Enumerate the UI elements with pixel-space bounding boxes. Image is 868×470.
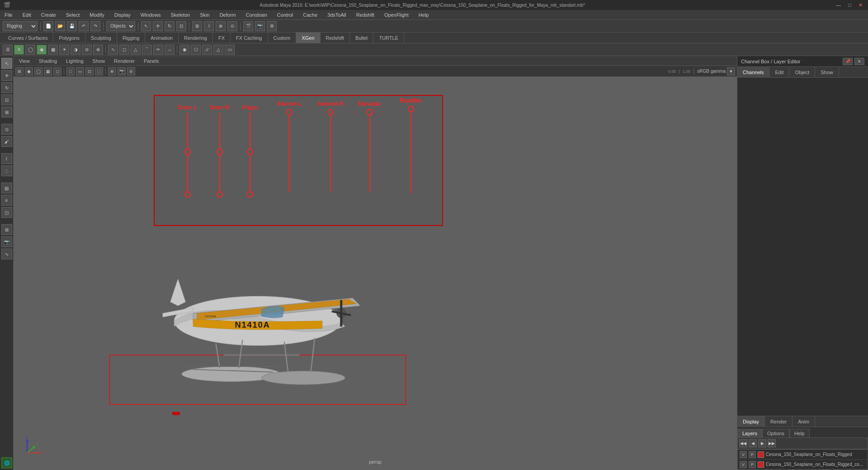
menu-deform[interactable]: Deform — [218, 11, 238, 19]
rig-circle-aileron-l-top[interactable] — [286, 109, 292, 115]
rig-circle-aileron-r-top[interactable] — [327, 109, 334, 115]
layer-playback-2[interactable]: P — [749, 461, 756, 468]
le-tab-layers[interactable]: Layers — [737, 429, 762, 437]
rig-circle-door-l-bot[interactable] — [184, 191, 191, 197]
objects-dropdown[interactable]: Objects — [106, 21, 135, 31]
camera-icon[interactable]: 📷 — [1, 236, 12, 247]
layer-icon[interactable]: 🌐 — [1, 457, 12, 468]
menu-openflight[interactable]: OpenFlight — [382, 11, 410, 19]
light-button[interactable]: ☀ — [59, 45, 69, 55]
texture-button[interactable]: ▦ — [48, 45, 58, 55]
rig-control-aileron-r[interactable]: Aileron R — [317, 100, 344, 192]
shaded-button[interactable]: ◉ — [37, 45, 47, 55]
vp-film-btn[interactable]: ▭ — [76, 67, 84, 75]
joint-button[interactable]: ⊕ — [93, 45, 103, 55]
menu-help[interactable]: Help — [417, 11, 431, 19]
tab-render[interactable]: Render — [765, 416, 793, 427]
rig-circle-rudder-top[interactable] — [408, 106, 414, 112]
tab-display[interactable]: Display — [737, 416, 765, 427]
render-settings-button[interactable]: ⚙ — [267, 21, 277, 31]
vp-xray-btn[interactable]: ◯ — [34, 67, 42, 75]
mode-dropdown[interactable]: Rigging Modeling Animation FX Rendering — [3, 21, 38, 31]
tab-edit[interactable]: Edit — [769, 67, 789, 78]
grid-icon[interactable]: ⊞ — [1, 224, 12, 235]
minimize-button[interactable]: — — [834, 2, 843, 8]
close-button[interactable]: ✕ — [857, 2, 864, 8]
move-tool-button[interactable]: ✛ — [153, 21, 163, 31]
tab-redshift[interactable]: Redshift — [321, 33, 350, 43]
rig-control-rudder[interactable]: Rudder — [400, 97, 422, 193]
ipr-button[interactable]: 📷 — [255, 21, 265, 31]
nurbs-plane-btn[interactable]: ▭ — [225, 45, 235, 55]
soft-select-tool[interactable]: ⊙ — [1, 124, 12, 135]
tab-object[interactable]: Object — [789, 67, 815, 78]
lasso-select[interactable]: ⌇ — [1, 153, 12, 164]
menu-3dstoall[interactable]: 3dsToAll — [326, 11, 348, 19]
gamma-settings-btn[interactable]: ▼ — [727, 67, 735, 75]
undo-button[interactable]: ↶ — [79, 21, 89, 31]
redo-button[interactable]: ↷ — [90, 21, 100, 31]
menu-skeleton[interactable]: Skeleton — [169, 11, 192, 19]
layer-item-1[interactable]: V P Cessna_150_Seaplane_on_Floats_Rigged — [738, 450, 868, 460]
menu-edit[interactable]: Edit — [21, 11, 33, 19]
tab-fx-caching[interactable]: FX Caching — [231, 33, 268, 43]
menu-select[interactable]: Select — [64, 11, 82, 19]
rig-circle-door-r-top[interactable] — [217, 149, 223, 155]
le-step-back-btn[interactable]: ◀ — [749, 439, 757, 447]
shading-menu[interactable]: Shading — [36, 57, 60, 65]
pencil-curve-btn[interactable]: ✏ — [153, 45, 163, 55]
lighting-menu[interactable]: Lighting — [63, 57, 86, 65]
menu-create[interactable]: Create — [39, 11, 58, 19]
menu-control[interactable]: Control — [275, 11, 295, 19]
snap-grid-button[interactable]: ⊞ — [192, 21, 202, 31]
menu-skin[interactable]: Skin — [198, 11, 211, 19]
tab-show[interactable]: Show — [815, 67, 839, 78]
rp-close-button[interactable]: ✕ — [854, 58, 864, 65]
tab-curves-surfaces[interactable]: Curves / Surfaces — [3, 33, 53, 43]
le-tab-help[interactable]: Help — [789, 429, 810, 437]
move-tool[interactable]: ✛ — [1, 70, 12, 81]
le-step-fwd-btn[interactable]: ▶ — [758, 439, 766, 447]
vp-snap-btn[interactable]: ⊕ — [108, 67, 116, 75]
show-attrs-icon[interactable]: ≡ — [1, 195, 12, 206]
arc-btn[interactable]: ⌓ — [165, 45, 175, 55]
renderer-menu[interactable]: Renderer — [111, 57, 137, 65]
menu-file[interactable]: File — [3, 11, 14, 19]
curve-on-surface-btn[interactable]: ∿ — [108, 45, 118, 55]
rig-circle-door-r-bot[interactable] — [217, 191, 223, 197]
show-hide-button[interactable]: ☰ — [3, 45, 13, 55]
le-tab-options[interactable]: Options — [762, 429, 789, 437]
menu-redshift[interactable]: Redshift — [354, 11, 376, 19]
tab-animation[interactable]: Animation — [145, 33, 179, 43]
layer-visibility-2[interactable]: V — [740, 461, 747, 468]
nurbs-cylinder-btn[interactable]: ⌭ — [202, 45, 212, 55]
scale-tool-button[interactable]: ⊡ — [176, 21, 186, 31]
show-outliner-icon[interactable]: ◳ — [1, 207, 12, 218]
scale-tool[interactable]: ⊡ — [1, 94, 12, 105]
rotate-tool-button[interactable]: ↻ — [165, 21, 175, 31]
tab-rigging[interactable]: Rigging — [117, 33, 145, 43]
menu-modify[interactable]: Modify — [88, 11, 106, 19]
vp-smooth-btn[interactable]: ▦ — [44, 67, 52, 75]
tab-polygons[interactable]: Polygons — [53, 33, 85, 43]
vp-wireframe-btn[interactable]: ⊞ — [15, 67, 24, 75]
snap-point-button[interactable]: ⊕ — [216, 21, 226, 31]
le-prev-btn[interactable]: ◀◀ — [739, 439, 747, 447]
bezier-curve-btn[interactable]: ⌒ — [142, 45, 152, 55]
view-menu[interactable]: View — [16, 57, 33, 65]
tab-channels[interactable]: Channels — [737, 67, 769, 78]
rig-circle-flaps-bot[interactable] — [247, 191, 253, 197]
layer-visibility-1[interactable]: V — [740, 451, 747, 458]
select-tool-button[interactable]: ↖ — [141, 21, 151, 31]
ep-curve-btn[interactable]: △ — [131, 45, 141, 55]
rig-control-door-r[interactable]: Door R — [210, 104, 229, 197]
tab-bullet[interactable]: Bullet — [350, 33, 374, 43]
rig-control-aileron-l[interactable]: Aileron L — [277, 100, 302, 192]
curves-icon[interactable]: ∿ — [1, 249, 12, 259]
wireframe-button[interactable]: ◯ — [25, 45, 35, 55]
nurbs-sphere-btn[interactable]: ◉ — [179, 45, 189, 55]
paint-select[interactable]: ◌ — [1, 165, 12, 176]
menu-display[interactable]: Display — [113, 11, 132, 19]
rig-circle-door-l-top[interactable] — [184, 149, 191, 155]
rig-circle-flaps-top[interactable] — [247, 149, 253, 155]
